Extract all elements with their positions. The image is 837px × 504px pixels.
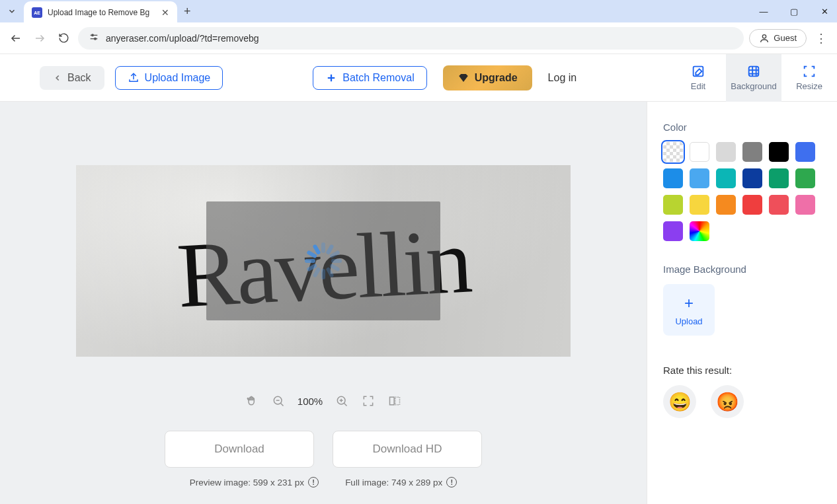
edit-icon — [691, 64, 705, 79]
browser-tab[interactable]: AE Upload Image to Remove Bg ✕ — [24, 1, 177, 24]
new-tab-button[interactable]: + — [184, 5, 191, 18]
background-icon — [746, 64, 761, 79]
profile-label: Guest — [774, 33, 797, 43]
svg-rect-10 — [749, 67, 759, 77]
app-header: Back Upload Image Batch Removal Upgrade … — [0, 54, 837, 102]
upgrade-button[interactable]: Upgrade — [443, 65, 532, 90]
color-swatch-pink[interactable] — [795, 195, 815, 215]
download-hd-button[interactable]: Download HD — [333, 431, 482, 468]
rate-section-label: Rate this result: — [663, 365, 821, 376]
color-swatch-emerald[interactable] — [769, 168, 789, 188]
svg-point-4 — [92, 34, 94, 36]
diamond-icon — [458, 72, 469, 84]
color-swatch-transparent[interactable] — [663, 142, 683, 162]
browser-menu-button[interactable]: ⋮ — [812, 31, 830, 46]
url-field[interactable]: anyeraser.com/upload/?td=removebg — [78, 27, 744, 50]
svg-line-21 — [344, 403, 347, 406]
svg-line-17 — [280, 403, 283, 406]
upload-image-label: Upload Image — [145, 72, 211, 84]
color-swatch-teal[interactable] — [716, 168, 736, 188]
download-button[interactable]: Download — [165, 431, 314, 468]
color-swatch-sky-blue[interactable] — [690, 168, 709, 188]
rate-bad-button[interactable]: 😡 — [711, 385, 744, 418]
resize-icon — [802, 64, 817, 79]
tab-resize-label: Resize — [796, 81, 822, 91]
window-controls: — ▢ ✕ — [755, 0, 833, 22]
nav-forward-button[interactable] — [30, 29, 49, 48]
color-swatches — [663, 142, 821, 241]
reload-button[interactable] — [54, 29, 73, 48]
color-swatch-yellow[interactable] — [690, 195, 709, 215]
info-icon[interactable]: ! — [308, 477, 319, 487]
color-swatch-coral[interactable] — [769, 195, 789, 215]
login-link[interactable]: Log in — [548, 72, 577, 84]
tab-close-icon[interactable]: ✕ — [161, 7, 169, 18]
upload-image-button[interactable]: Upload Image — [115, 66, 223, 90]
maximize-icon[interactable]: ▢ — [785, 7, 803, 17]
color-swatch-navy[interactable] — [742, 168, 762, 188]
profile-button[interactable]: Guest — [749, 29, 807, 48]
zoom-in-button[interactable] — [335, 394, 349, 408]
color-swatch-lime[interactable] — [663, 195, 683, 215]
rate-good-button[interactable]: 😄 — [663, 385, 696, 418]
browser-address-bar: anyeraser.com/upload/?td=removebg Guest … — [0, 22, 837, 54]
close-window-icon[interactable]: ✕ — [816, 7, 833, 17]
chevron-left-icon — [53, 73, 62, 83]
main-area: Ravellin 100% Download Download HD Previ… — [0, 102, 837, 504]
tab-title: Upload Image to Remove Bg — [48, 8, 149, 17]
zoom-out-button[interactable] — [271, 394, 286, 408]
color-swatch-dodger-blue[interactable] — [663, 168, 683, 188]
plus-icon: + — [684, 294, 694, 312]
compare-button[interactable] — [387, 394, 402, 408]
pan-tool[interactable] — [245, 394, 259, 408]
canvas-toolbar: 100% — [245, 394, 402, 408]
browser-tab-strip: AE Upload Image to Remove Bg ✕ + — ▢ ✕ — [0, 0, 837, 22]
canvas-area: Ravellin 100% Download Download HD Previ… — [0, 102, 647, 504]
batch-removal-button[interactable]: Batch Removal — [313, 66, 427, 90]
full-dimensions: Full image: 749 x 289 px ! — [345, 477, 457, 487]
fullscreen-button[interactable] — [361, 394, 376, 408]
url-text: anyeraser.com/upload/?td=removebg — [106, 33, 259, 44]
download-buttons: Download Download HD — [165, 431, 482, 468]
rating-row: 😄 😡 — [663, 385, 821, 418]
favicon: AE — [32, 7, 42, 18]
back-button[interactable]: Back — [40, 66, 104, 90]
color-swatch-black[interactable] — [769, 142, 789, 162]
image-dimensions: Preview image: 599 x 231 px ! Full image… — [190, 477, 457, 487]
info-icon[interactable]: ! — [446, 477, 457, 487]
sidebar: Color Image Background + Upload Rate thi… — [647, 102, 837, 504]
color-swatch-royal-blue[interactable] — [795, 142, 815, 162]
svg-point-5 — [95, 38, 97, 40]
color-swatch-green[interactable] — [795, 168, 815, 188]
image-preview[interactable]: Ravellin — [76, 165, 571, 357]
preview-dimensions: Preview image: 599 x 231 px ! — [190, 477, 319, 487]
batch-removal-label: Batch Removal — [342, 72, 415, 84]
color-swatch-light-gray[interactable] — [716, 142, 736, 162]
image-bg-section-label: Image Background — [663, 264, 821, 275]
nav-back-button[interactable] — [7, 29, 25, 48]
color-section-label: Color — [663, 122, 821, 133]
color-swatch-white[interactable] — [690, 142, 709, 162]
minimize-icon[interactable]: — — [755, 7, 772, 17]
color-swatch-dark-gray[interactable] — [742, 142, 762, 162]
svg-rect-23 — [395, 397, 400, 405]
upload-bg-label: Upload — [675, 316, 702, 326]
header-tabs: Edit Background Resize — [670, 54, 837, 102]
color-swatch-rainbow[interactable] — [690, 221, 709, 241]
plus-icon — [325, 72, 337, 84]
color-swatch-purple[interactable] — [663, 221, 683, 241]
svg-point-6 — [763, 34, 766, 38]
tab-search-dropdown[interactable] — [5, 5, 19, 18]
upload-icon — [128, 72, 140, 84]
upload-background-button[interactable]: + Upload — [663, 284, 715, 336]
tab-background[interactable]: Background — [726, 54, 781, 102]
tab-resize[interactable]: Resize — [781, 54, 837, 102]
tab-background-label: Background — [731, 81, 776, 91]
site-settings-icon[interactable] — [89, 32, 99, 44]
loading-overlay — [206, 201, 440, 320]
back-label: Back — [67, 72, 91, 84]
color-swatch-orange[interactable] — [716, 195, 736, 215]
color-swatch-red[interactable] — [742, 195, 762, 215]
tab-edit[interactable]: Edit — [670, 54, 726, 102]
spinner-icon — [305, 242, 342, 279]
